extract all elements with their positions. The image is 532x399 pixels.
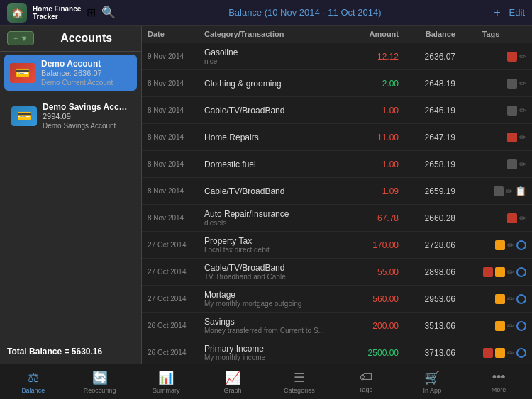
pencil-icon: ✏ (519, 159, 526, 169)
table-row[interactable]: 26 Oct 2014 Primary Income My monthly in… (142, 339, 532, 364)
cell-cat-name: Cable/TV/BroadBand (204, 186, 342, 196)
nav-item-categories[interactable]: ☰ Categories (278, 370, 321, 394)
cell-cat-name: Domestic fuel (204, 159, 342, 169)
account-type-current: Demo Current Account (41, 79, 131, 86)
nav-item-graph[interactable]: 📈 Graph (211, 370, 254, 394)
table-row[interactable]: 8 Nov 2014 Auto Repair/Insurance diesels… (142, 205, 532, 232)
sidebar-footer: Total Balance = 5630.16 (0, 339, 141, 364)
cell-tags: ✏ (455, 106, 526, 116)
add-account-button[interactable]: + ▼ (7, 31, 34, 45)
cell-cat-sub: My monthly income (204, 354, 342, 361)
tag-yellow-icon (495, 267, 505, 277)
tag-yellow-icon (495, 294, 505, 304)
table-row[interactable]: 8 Nov 2014 Clothing & grooming 2.00 2648… (142, 70, 532, 97)
account-icon-current: 💳 (10, 63, 35, 83)
cell-tags: ✏📋 (455, 186, 526, 196)
cell-category: Home Repairs (204, 133, 342, 142)
grid-icon[interactable]: ⊞ (87, 6, 96, 19)
app-title-line2: Tracker (33, 13, 81, 21)
cell-tags: ✏ (455, 79, 526, 89)
tag-gray-icon (494, 186, 504, 196)
table-row[interactable]: 8 Nov 2014 Domestic fuel 1.00 2658.19 ✏ (142, 151, 532, 178)
header-category: Category/Transaction (204, 30, 342, 38)
tag-yellow-icon (495, 321, 505, 331)
tag-yellow-icon (495, 240, 505, 250)
cell-cat-name: Gasoline (204, 47, 342, 57)
top-bar: 🏠 Home Finance Tracker ⊞ 🔍 Balance (10 N… (0, 0, 532, 26)
plus-icon[interactable]: + (494, 6, 500, 19)
cell-category: Auto Repair/Insurance diesels (204, 209, 342, 227)
nav-item-more[interactable]: ••• More (477, 370, 520, 393)
cell-balance: 2728.06 (399, 240, 455, 250)
tags-nav-icon: 🏷 (360, 370, 372, 385)
cell-tags: ✏ (455, 321, 526, 331)
cell-cat-sub: nice (204, 57, 342, 65)
account-item-demo-current[interactable]: 💳 Demo Account Balance: 2636.07 Demo Cur… (4, 55, 137, 91)
cell-amount: 2500.00 (342, 348, 399, 358)
tag-red-icon (483, 348, 493, 358)
edit-button[interactable]: Edit (509, 7, 525, 18)
cell-tags: ✏ (455, 52, 526, 62)
account-item-demo-savings[interactable]: 💳 Demo Savings Account 2994.09 Demo Savi… (4, 96, 137, 135)
cell-tags: ✏ (455, 240, 526, 250)
tag-red-icon (507, 213, 517, 223)
table-area: Date Category/Transaction Amount Balance… (142, 26, 532, 364)
cell-balance: 2646.19 (399, 106, 455, 116)
pencil-icon: ✏ (519, 213, 526, 223)
total-balance: Total Balance = 5630.16 (7, 347, 134, 356)
cell-amount: 1.09 (342, 186, 399, 196)
pencil-icon: ✏ (519, 106, 526, 116)
table-row[interactable]: 8 Nov 2014 Cable/TV/BroadBand 1.00 2646.… (142, 97, 532, 124)
nav-item-reoccuring[interactable]: 🔄 Reoccuring (79, 370, 121, 394)
circle-icon (516, 321, 526, 331)
table-row[interactable]: 27 Oct 2014 Cable/TV/BroadBand TV, Broad… (142, 259, 532, 286)
nav-item-inapp[interactable]: 🛒 In App (411, 370, 453, 394)
table-row[interactable]: 27 Oct 2014 Property Tax Local tax direc… (142, 232, 532, 259)
nav-item-balance[interactable]: ⚖ Balance (12, 370, 55, 394)
tag-gray-icon (507, 159, 517, 169)
pencil-icon: ✏ (507, 348, 514, 358)
sidebar-header: + ▼ Accounts (0, 26, 141, 52)
table-row[interactable]: 8 Nov 2014 Cable/TV/BroadBand 1.09 2659.… (142, 178, 532, 205)
circle-icon (516, 267, 526, 277)
sidebar-title: Accounts (38, 32, 134, 45)
sidebar: + ▼ Accounts 💳 Demo Account Balance: 263… (0, 26, 142, 364)
circle-icon (516, 294, 526, 304)
pencil-icon: ✏ (519, 52, 526, 62)
app-title-line1: Home Finance (33, 5, 81, 13)
tag-gray-icon (507, 79, 517, 89)
main-content: + ▼ Accounts 💳 Demo Account Balance: 263… (0, 26, 532, 364)
table-row[interactable]: 9 Nov 2014 Gasoline nice 12.12 2636.07 ✏ (142, 43, 532, 70)
cell-amount: 55.00 (342, 267, 399, 277)
cell-amount: 11.00 (342, 133, 399, 142)
search-icon[interactable]: 🔍 (101, 6, 116, 19)
cell-date: 27 Oct 2014 (148, 268, 204, 276)
tag-red-icon (507, 52, 517, 62)
summary-nav-label: Summary (153, 387, 180, 394)
pencil-icon: ✏ (506, 186, 513, 196)
graph-nav-icon: 📈 (225, 370, 240, 386)
cell-balance: 3513.06 (399, 321, 455, 331)
cell-balance: 2658.19 (399, 159, 455, 169)
table-row[interactable]: 8 Nov 2014 Home Repairs 11.00 2647.19 ✏ (142, 124, 532, 151)
table-scroll[interactable]: 9 Nov 2014 Gasoline nice 12.12 2636.07 ✏… (142, 43, 532, 364)
cell-tags: ✏ (455, 348, 526, 358)
cell-cat-name: Mortage (204, 290, 342, 300)
summary-nav-icon: 📊 (158, 370, 174, 386)
cell-cat-name: Cable/TV/BroadBand (204, 263, 342, 273)
table-row[interactable]: 27 Oct 2014 Mortage My monthly mortgage … (142, 286, 532, 313)
cell-cat-name: Auto Repair/Insurance (204, 209, 342, 219)
cell-category: Cable/TV/BroadBand TV, Broadband and Cab… (204, 263, 342, 281)
nav-item-tags[interactable]: 🏷 Tags (345, 370, 387, 393)
cell-tags: ✏ (455, 159, 526, 169)
table-row[interactable]: 26 Oct 2014 Savings Money transferred fr… (142, 313, 532, 339)
cell-category: Clothing & grooming (204, 79, 342, 89)
reoccuring-nav-icon: 🔄 (92, 370, 108, 386)
cell-date: 8 Nov 2014 (148, 106, 204, 114)
balance-title: Balance (10 Nov 2014 - 11 Oct 2014) (228, 7, 381, 18)
cell-date: 27 Oct 2014 (148, 295, 204, 303)
nav-item-summary[interactable]: 📊 Summary (145, 370, 187, 394)
inapp-nav-label: In App (423, 387, 442, 394)
tag-red-icon (507, 133, 517, 142)
cell-cat-sub: diesels (204, 219, 342, 227)
